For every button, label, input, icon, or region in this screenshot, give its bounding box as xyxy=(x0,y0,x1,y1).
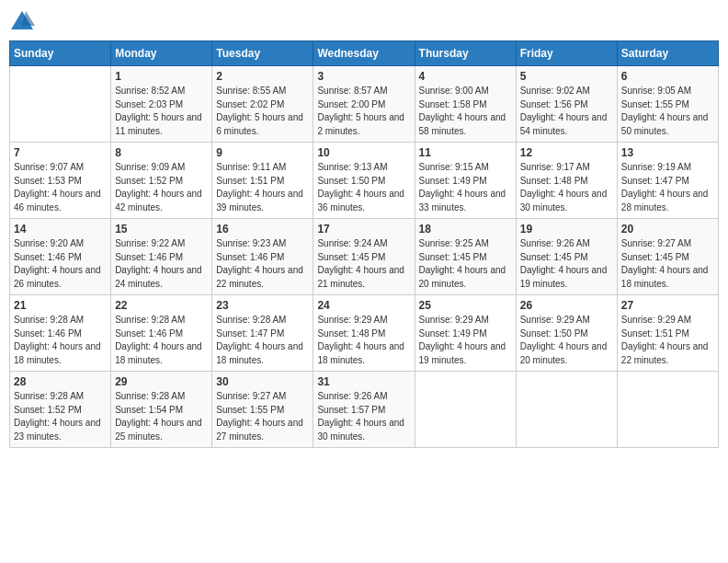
day-number: 21 xyxy=(14,299,107,312)
day-number: 22 xyxy=(115,299,208,312)
day-number: 15 xyxy=(115,223,208,236)
day-number: 31 xyxy=(317,375,410,388)
day-number: 12 xyxy=(520,146,613,159)
day-info: Sunrise: 9:24 AMSunset: 1:45 PMDaylight:… xyxy=(317,237,410,291)
day-number: 29 xyxy=(115,375,208,388)
day-number: 30 xyxy=(216,375,309,388)
day-number: 25 xyxy=(419,299,512,312)
day-info: Sunrise: 9:02 AMSunset: 1:56 PMDaylight:… xyxy=(520,85,613,138)
day-number: 11 xyxy=(419,146,512,159)
header-day: Sunday xyxy=(10,41,111,66)
day-number: 18 xyxy=(419,223,512,236)
day-info: Sunrise: 9:11 AMSunset: 1:51 PMDaylight:… xyxy=(216,161,309,214)
calendar-cell: 8Sunrise: 9:09 AMSunset: 1:52 PMDaylight… xyxy=(111,143,212,219)
header-day: Tuesday xyxy=(212,41,313,66)
day-info: Sunrise: 9:17 AMSunset: 1:48 PMDaylight:… xyxy=(520,161,613,214)
calendar-cell: 13Sunrise: 9:19 AMSunset: 1:47 PMDayligh… xyxy=(617,143,718,219)
calendar-cell: 5Sunrise: 9:02 AMSunset: 1:56 PMDaylight… xyxy=(516,66,617,143)
day-number: 14 xyxy=(14,223,107,236)
calendar-cell xyxy=(415,372,516,448)
calendar-cell: 6Sunrise: 9:05 AMSunset: 1:55 PMDaylight… xyxy=(617,66,718,143)
calendar-cell: 20Sunrise: 9:27 AMSunset: 1:45 PMDayligh… xyxy=(617,219,718,295)
day-number: 7 xyxy=(14,146,107,159)
svg-marker-1 xyxy=(22,11,35,26)
day-info: Sunrise: 9:05 AMSunset: 1:55 PMDaylight:… xyxy=(621,85,714,138)
calendar-table: SundayMondayTuesdayWednesdayThursdayFrid… xyxy=(9,40,719,448)
day-info: Sunrise: 9:27 AMSunset: 1:55 PMDaylight:… xyxy=(216,390,309,443)
day-info: Sunrise: 9:25 AMSunset: 1:45 PMDaylight:… xyxy=(419,237,512,291)
day-info: Sunrise: 9:22 AMSunset: 1:46 PMDaylight:… xyxy=(115,237,208,291)
day-info: Sunrise: 9:28 AMSunset: 1:46 PMDaylight:… xyxy=(14,314,107,367)
day-info: Sunrise: 9:29 AMSunset: 1:51 PMDaylight:… xyxy=(621,314,714,367)
calendar-cell: 19Sunrise: 9:26 AMSunset: 1:45 PMDayligh… xyxy=(516,219,617,295)
calendar-cell: 16Sunrise: 9:23 AMSunset: 1:46 PMDayligh… xyxy=(212,219,313,295)
day-number: 1 xyxy=(115,70,208,83)
calendar-cell: 30Sunrise: 9:27 AMSunset: 1:55 PMDayligh… xyxy=(212,372,313,448)
day-number: 19 xyxy=(520,223,613,236)
day-number: 5 xyxy=(520,70,613,83)
page-header xyxy=(9,9,719,35)
calendar-week-row: 7Sunrise: 9:07 AMSunset: 1:53 PMDaylight… xyxy=(10,143,719,219)
calendar-cell: 4Sunrise: 9:00 AMSunset: 1:58 PMDaylight… xyxy=(415,66,516,143)
day-info: Sunrise: 9:29 AMSunset: 1:48 PMDaylight:… xyxy=(317,314,410,367)
header-day: Saturday xyxy=(617,41,718,66)
day-number: 26 xyxy=(520,299,613,312)
calendar-cell: 3Sunrise: 8:57 AMSunset: 2:00 PMDaylight… xyxy=(313,66,415,143)
day-info: Sunrise: 9:00 AMSunset: 1:58 PMDaylight:… xyxy=(419,85,512,138)
calendar-week-row: 28Sunrise: 9:28 AMSunset: 1:52 PMDayligh… xyxy=(10,372,719,448)
day-number: 20 xyxy=(621,223,714,236)
calendar-week-row: 1Sunrise: 8:52 AMSunset: 2:03 PMDaylight… xyxy=(10,66,719,143)
calendar-cell: 1Sunrise: 8:52 AMSunset: 2:03 PMDaylight… xyxy=(111,66,212,143)
day-info: Sunrise: 9:29 AMSunset: 1:50 PMDaylight:… xyxy=(520,314,613,367)
day-info: Sunrise: 9:20 AMSunset: 1:46 PMDaylight:… xyxy=(14,237,107,291)
calendar-cell: 7Sunrise: 9:07 AMSunset: 1:53 PMDaylight… xyxy=(10,143,111,219)
calendar-cell: 15Sunrise: 9:22 AMSunset: 1:46 PMDayligh… xyxy=(111,219,212,295)
calendar-cell xyxy=(617,372,718,448)
calendar-cell xyxy=(10,66,111,143)
day-info: Sunrise: 8:52 AMSunset: 2:03 PMDaylight:… xyxy=(115,85,208,138)
day-info: Sunrise: 9:26 AMSunset: 1:57 PMDaylight:… xyxy=(317,390,410,443)
calendar-week-row: 21Sunrise: 9:28 AMSunset: 1:46 PMDayligh… xyxy=(10,295,719,372)
day-info: Sunrise: 9:13 AMSunset: 1:50 PMDaylight:… xyxy=(317,161,410,214)
day-number: 3 xyxy=(317,70,410,83)
calendar-cell xyxy=(516,372,617,448)
calendar-cell: 29Sunrise: 9:28 AMSunset: 1:54 PMDayligh… xyxy=(111,372,212,448)
calendar-cell: 17Sunrise: 9:24 AMSunset: 1:45 PMDayligh… xyxy=(313,219,415,295)
day-number: 13 xyxy=(621,146,714,159)
calendar-cell: 31Sunrise: 9:26 AMSunset: 1:57 PMDayligh… xyxy=(313,372,415,448)
day-info: Sunrise: 9:15 AMSunset: 1:49 PMDaylight:… xyxy=(419,161,512,214)
day-info: Sunrise: 9:28 AMSunset: 1:54 PMDaylight:… xyxy=(115,390,208,443)
calendar-cell: 22Sunrise: 9:28 AMSunset: 1:46 PMDayligh… xyxy=(111,295,212,372)
header-day: Monday xyxy=(111,41,212,66)
calendar-cell: 28Sunrise: 9:28 AMSunset: 1:52 PMDayligh… xyxy=(10,372,111,448)
day-number: 8 xyxy=(115,146,208,159)
day-number: 27 xyxy=(621,299,714,312)
day-number: 10 xyxy=(317,146,410,159)
day-info: Sunrise: 9:23 AMSunset: 1:46 PMDaylight:… xyxy=(216,237,309,291)
day-info: Sunrise: 9:28 AMSunset: 1:52 PMDaylight:… xyxy=(14,390,107,443)
day-info: Sunrise: 9:28 AMSunset: 1:47 PMDaylight:… xyxy=(216,314,309,367)
day-info: Sunrise: 8:55 AMSunset: 2:02 PMDaylight:… xyxy=(216,85,309,138)
day-info: Sunrise: 9:07 AMSunset: 1:53 PMDaylight:… xyxy=(14,161,107,214)
calendar-week-row: 14Sunrise: 9:20 AMSunset: 1:46 PMDayligh… xyxy=(10,219,719,295)
calendar-cell: 21Sunrise: 9:28 AMSunset: 1:46 PMDayligh… xyxy=(10,295,111,372)
day-info: Sunrise: 9:29 AMSunset: 1:49 PMDaylight:… xyxy=(419,314,512,367)
calendar-cell: 14Sunrise: 9:20 AMSunset: 1:46 PMDayligh… xyxy=(10,219,111,295)
day-number: 9 xyxy=(216,146,309,159)
day-number: 24 xyxy=(317,299,410,312)
calendar-cell: 18Sunrise: 9:25 AMSunset: 1:45 PMDayligh… xyxy=(415,219,516,295)
header-day: Wednesday xyxy=(313,41,415,66)
logo-icon xyxy=(9,9,35,35)
day-info: Sunrise: 9:28 AMSunset: 1:46 PMDaylight:… xyxy=(115,314,208,367)
day-info: Sunrise: 9:27 AMSunset: 1:45 PMDaylight:… xyxy=(621,237,714,291)
header-day: Thursday xyxy=(415,41,516,66)
calendar-cell: 2Sunrise: 8:55 AMSunset: 2:02 PMDaylight… xyxy=(212,66,313,143)
day-number: 17 xyxy=(317,223,410,236)
day-info: Sunrise: 9:09 AMSunset: 1:52 PMDaylight:… xyxy=(115,161,208,214)
logo xyxy=(9,9,39,35)
header-day: Friday xyxy=(516,41,617,66)
calendar-cell: 12Sunrise: 9:17 AMSunset: 1:48 PMDayligh… xyxy=(516,143,617,219)
calendar-header: SundayMondayTuesdayWednesdayThursdayFrid… xyxy=(10,41,719,66)
calendar-cell: 27Sunrise: 9:29 AMSunset: 1:51 PMDayligh… xyxy=(617,295,718,372)
header-row: SundayMondayTuesdayWednesdayThursdayFrid… xyxy=(10,41,719,66)
